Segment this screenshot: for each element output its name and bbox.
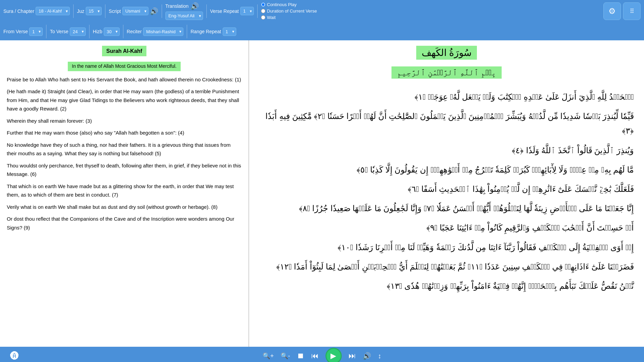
arabic-verse-10: نَّحۡنُ نَقُصُّ عَلَيۡكَ نَبَأَهُم بِٱلۡ… <box>259 279 634 293</box>
verse-repeat-select-wrapper[interactable]: 1 <box>240 7 254 15</box>
divider-4 <box>206 4 207 18</box>
rewind-btn[interactable]: ⏮ <box>311 351 319 360</box>
footer-left: 🅐 <box>10 351 19 361</box>
range-repeat-select-wrapper[interactable]: 1 <box>223 27 236 36</box>
reciter-select[interactable]: Mishari-Rashid <box>143 27 183 36</box>
settings-footer-btn[interactable]: ↕ <box>378 352 381 360</box>
arabic-panel[interactable]: سُورَةُ الكَهف بِسۡمِ ٱللَّهِ ٱلرَّحۡمَٰ… <box>249 40 644 347</box>
arabic-verse-4: مَّا لَهُم بِهِۦ مِنۡ عِلۡمٖ وَلَا لِأٓب… <box>259 162 634 177</box>
app-header: Sura / Chapter 18 - Al-Kahf Juz 15 Scrip… <box>0 0 644 40</box>
hizb-group: Hizb 30 <box>93 27 120 36</box>
stop-btn[interactable]: ⏹ <box>297 351 304 360</box>
verse-repeat-label: Verse Repeat <box>210 8 239 14</box>
surah-title: Surah Al-Kahf <box>102 46 146 56</box>
play-btn[interactable]: ▶ <box>325 348 342 362</box>
script-select-wrapper[interactable]: Usmani <box>122 7 148 15</box>
translation-label: Translation <box>165 3 189 9</box>
script-speaker-btn[interactable]: 🔊 <box>150 7 158 15</box>
from-verse-group: From Verse 1 <box>3 27 43 36</box>
wait-option[interactable]: Wait <box>261 15 317 20</box>
translation-row: Translation 🔊 <box>165 2 203 10</box>
verse-text-8: Verily what is on earth We shall make bu… <box>7 203 242 212</box>
bismillah-wrapper: In the name of Allah Most Gracious Most … <box>7 62 242 71</box>
hizb-select-wrapper[interactable]: 30 <box>104 27 120 36</box>
arabic-verse-3: وَيُنذِرَ ٱلَّذِينَ قَالُواْ ٱتَّخَذَ ٱل… <box>259 143 634 158</box>
arabic-verse-1: ٱلۡحَمۡدُ لِلَّهِ ٱلَّذِيٓ أَنزَلَ عَلَى… <box>259 89 634 104</box>
divider-9 <box>187 25 187 38</box>
settings-gear-btn[interactable]: ⚙ <box>603 2 621 20</box>
verse-repeat-select[interactable]: 1 <box>240 7 254 15</box>
arabic-verses-container: ٱلۡحَمۡدُ لِلَّهِ ٱلَّذِيٓ أَنزَلَ عَلَى… <box>259 89 634 293</box>
duration-verse-radio[interactable] <box>261 9 265 13</box>
divider-5 <box>257 4 258 18</box>
translation-section: Translation 🔊 Eng-Yusuf Ali <box>165 2 203 20</box>
reciter-label: Reciter <box>127 29 142 34</box>
arabic-verse-7: أَمۡ حَسِبۡتَ أَنَّ أَصۡحَٰبَ ٱلۡكَهۡفِ … <box>259 220 634 235</box>
sura-select[interactable]: 18 - Al-Kahf <box>36 7 70 15</box>
from-verse-label: From Verse <box>3 29 28 34</box>
to-verse-select-wrapper[interactable]: 24 <box>70 27 86 36</box>
hizb-select[interactable]: 30 <box>104 27 120 36</box>
divider-8 <box>123 25 123 38</box>
app-logo-btn[interactable]: 🅐 <box>10 351 19 361</box>
reciter-select-wrapper[interactable]: Mishari-Rashid <box>143 27 183 36</box>
juz-select-wrapper[interactable]: 15 <box>86 7 102 15</box>
sura-group: Sura / Chapter 18 - Al-Kahf <box>3 7 70 15</box>
verse-text-6: Thou wouldst only perchance, fret thysel… <box>7 161 242 179</box>
verse-text-9: Or dost thou reflect that the Companions… <box>7 215 242 232</box>
zoom-out-btn[interactable]: 🔍- <box>281 352 290 360</box>
arabic-verse-6: إِنَّا جَعَلۡنَا مَا عَلَى ٱلۡأَرۡضِ زِي… <box>259 201 634 216</box>
translation-value-row: Eng-Yusuf Ali <box>165 12 203 20</box>
verse-repeat-group: Verse Repeat 1 <box>210 7 254 15</box>
arabic-bismillah: بِسۡمِ ٱللَّهِ ٱلرَّحۡمَٰنِ ٱلرَّحِيمِ <box>391 66 502 79</box>
volume-btn[interactable]: 🔊 <box>363 352 371 360</box>
forward-btn[interactable]: ⏭ <box>348 351 356 360</box>
verse-text-2: (He hath made it) Straight (and Clear), … <box>7 87 242 113</box>
to-verse-label: To Verse <box>50 29 68 34</box>
duration-verse-label: Duration of Current Verse <box>267 8 317 14</box>
verses-container: Praise be to Allah Who hath sent to His … <box>7 75 242 232</box>
duration-verse-option[interactable]: Duration of Current Verse <box>261 8 317 14</box>
from-verse-select[interactable]: 1 <box>29 27 43 36</box>
wait-label: Wait <box>267 15 276 20</box>
wait-radio[interactable] <box>261 15 265 20</box>
verse-text-4: Further that He may warn those (also) wh… <box>7 128 242 137</box>
divider-2 <box>105 4 105 18</box>
zoom-in-btn[interactable]: 🔍+ <box>263 352 274 360</box>
app-footer: 🅐 🔍+ 🔍- ⏹ ⏮ ▶ ⏭ 🔊 ↕ <box>0 347 644 362</box>
verse-text-3: Wherein they shall remain forever: (3) <box>7 117 242 125</box>
range-repeat-label: Range Repeat <box>190 29 221 34</box>
translation-select-wrapper[interactable]: Eng-Yusuf Ali <box>165 12 203 20</box>
sura-select-wrapper[interactable]: 18 - Al-Kahf <box>36 7 70 15</box>
script-group: Script Usmani 🔊 <box>109 7 158 15</box>
arabic-title-wrapper: سُورَةُ الكَهف <box>259 46 634 63</box>
range-repeat-select[interactable]: 1 <box>223 27 236 36</box>
bismillah-text: In the name of Allah Most Gracious Most … <box>68 62 181 71</box>
juz-select[interactable]: 15 <box>86 7 102 15</box>
arabic-verse-8: إِذۡ أَوَى ٱلۡفِتۡيَةُ إِلَى ٱلۡكَهۡفِ ف… <box>259 240 634 255</box>
juz-group: Juz 15 <box>77 7 102 15</box>
range-repeat-group: Range Repeat 1 <box>190 27 236 36</box>
menu-dots-btn[interactable]: ⠿ <box>623 2 641 20</box>
continuous-play-option[interactable]: Continous Play <box>261 2 317 7</box>
to-verse-select[interactable]: 24 <box>70 27 86 36</box>
arabic-verse-2: قَيِّمٗا لِّيُنذِرَ بَأۡسٗا شَدِيدٗا مِّ… <box>259 109 634 138</box>
divider-1 <box>73 4 74 18</box>
translation-panel[interactable]: Surah Al-Kahf In the name of Allah Most … <box>0 40 249 347</box>
verse-text-1: Praise be to Allah Who hath sent to His … <box>7 75 242 84</box>
juz-label: Juz <box>77 8 84 14</box>
hizb-label: Hizb <box>93 29 102 34</box>
arabic-bismillah-wrapper: بِسۡمِ ٱللَّهِ ٱلرَّحۡمَٰنِ ٱلرَّحِيمِ <box>259 66 634 84</box>
translation-select[interactable]: Eng-Yusuf Ali <box>165 12 203 20</box>
script-select[interactable]: Usmani <box>122 7 148 15</box>
main-content: Surah Al-Kahf In the name of Allah Most … <box>0 40 644 347</box>
to-verse-group: To Verse 24 <box>50 27 85 36</box>
translation-speaker-btn[interactable]: 🔊 <box>190 2 199 10</box>
from-verse-select-wrapper[interactable]: 1 <box>29 27 43 36</box>
script-label: Script <box>109 8 121 14</box>
surah-title-wrapper: Surah Al-Kahf <box>7 46 242 59</box>
reciter-group: Reciter Mishari-Rashid <box>127 27 183 36</box>
continuous-play-radio[interactable] <box>261 2 265 7</box>
arabic-verse-5: فَلَعَلَّكَ بَٰخِعٞ نَّفۡسَكَ عَلَىٰٓ ءَ… <box>259 182 634 196</box>
continuous-play-label: Continous Play <box>267 2 297 7</box>
